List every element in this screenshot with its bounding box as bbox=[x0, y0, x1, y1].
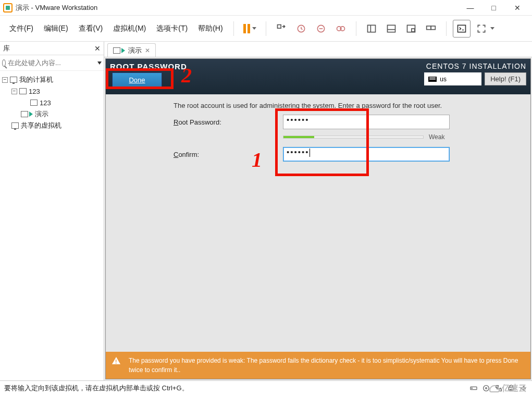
warning-bar: The password you have provided is weak: … bbox=[106, 352, 530, 379]
warning-icon bbox=[112, 357, 120, 364]
snapshot-manager-button[interactable] bbox=[332, 20, 350, 38]
pause-icon bbox=[243, 24, 250, 33]
svg-rect-5 bbox=[367, 25, 375, 32]
menu-vm[interactable]: 虚拟机(M) bbox=[109, 22, 150, 35]
statusbar: 要将输入定向到该虚拟机，请在虚拟机内部单击或按 Ctrl+G。 bbox=[0, 380, 532, 395]
vm-tabstrip: 演示 ✕ bbox=[104, 42, 532, 57]
keyboard-layout-selector[interactable]: us bbox=[424, 72, 481, 85]
send-ctrl-alt-del-button[interactable] bbox=[273, 20, 290, 38]
fullscreen-button[interactable] bbox=[473, 20, 490, 38]
tree-collapse-icon[interactable]: − bbox=[11, 89, 17, 94]
warning-text: The password you have provided is weak: … bbox=[129, 357, 518, 374]
password-strength-label: Weak bbox=[429, 133, 444, 141]
window-title: 演示 - VMware Workstation bbox=[16, 3, 97, 13]
menu-help[interactable]: 帮助(H) bbox=[194, 22, 227, 35]
library-tree: − 我的计算机 − 123 123 演示 bbox=[0, 71, 104, 134]
tree-collapse-icon[interactable]: − bbox=[2, 77, 8, 83]
chevron-down-icon bbox=[252, 27, 256, 30]
content-area: 演示 ✕ ROOT PASSWORD Done CENTOS 7 INSTALL… bbox=[104, 42, 532, 380]
menu-edit[interactable]: 编辑(E) bbox=[40, 22, 72, 35]
watermark-text: 亿速云 bbox=[502, 383, 527, 394]
sidebar-search[interactable] bbox=[0, 55, 104, 71]
menu-tabs[interactable]: 选项卡(T) bbox=[152, 22, 192, 35]
sidebar-title: 库 bbox=[3, 44, 10, 53]
play-icon bbox=[121, 48, 125, 53]
vm-tab-demo[interactable]: 演示 ✕ bbox=[107, 43, 156, 57]
chevron-down-icon[interactable] bbox=[97, 61, 102, 65]
done-button[interactable]: Done bbox=[112, 72, 162, 87]
installer-topbar: ROOT PASSWORD Done CENTOS 7 INSTALLATION… bbox=[106, 59, 530, 94]
root-password-input[interactable]: •••••• bbox=[283, 115, 450, 129]
sidebar-close-button[interactable]: ✕ bbox=[94, 44, 101, 53]
tab-close-button[interactable]: ✕ bbox=[145, 47, 150, 54]
tree-label: 演示 bbox=[35, 109, 48, 119]
search-icon bbox=[2, 59, 6, 67]
console-button[interactable] bbox=[453, 20, 471, 38]
search-input[interactable] bbox=[8, 59, 95, 67]
vm-icon bbox=[19, 88, 27, 94]
layout-multi-monitor-button[interactable] bbox=[422, 20, 440, 38]
minimize-button[interactable]: — bbox=[459, 1, 482, 15]
info-text: The root account is used for administeri… bbox=[174, 102, 530, 109]
svg-rect-10 bbox=[411, 29, 414, 32]
status-text: 要将输入定向到该虚拟机，请在虚拟机内部单击或按 Ctrl+G。 bbox=[4, 384, 189, 393]
password-strength-bar bbox=[283, 135, 424, 139]
pause-button[interactable] bbox=[240, 22, 259, 35]
chevron-down-icon bbox=[490, 27, 494, 30]
svg-rect-7 bbox=[387, 25, 395, 32]
svg-point-16 bbox=[484, 385, 489, 391]
svg-point-15 bbox=[472, 388, 472, 388]
sidebar-header: 库 ✕ bbox=[0, 42, 104, 55]
watermark: 亿速云 bbox=[489, 383, 527, 394]
vm-icon bbox=[113, 47, 120, 54]
tree-root-my-computer[interactable]: − 我的计算机 bbox=[2, 74, 102, 85]
close-button[interactable]: ✕ bbox=[505, 1, 529, 15]
svg-rect-11 bbox=[426, 26, 430, 30]
window-titlebar: 演示 - VMware Workstation — □ ✕ bbox=[0, 0, 532, 16]
tab-label: 演示 bbox=[128, 46, 142, 55]
page-title: ROOT PASSWORD bbox=[110, 62, 187, 71]
computer-icon bbox=[10, 77, 17, 83]
menubar: 文件(F) 编辑(E) 查看(V) 虚拟机(M) 选项卡(T) 帮助(H) bbox=[0, 16, 532, 42]
keyboard-layout-label: us bbox=[440, 76, 447, 83]
svg-point-17 bbox=[486, 387, 487, 389]
tree-item-demo[interactable]: 演示 bbox=[2, 108, 102, 120]
tree-item-123-child[interactable]: 123 bbox=[2, 97, 102, 108]
layout-thumbnail-button[interactable] bbox=[402, 20, 420, 38]
centos-installer: ROOT PASSWORD Done CENTOS 7 INSTALLATION… bbox=[106, 59, 530, 379]
svg-rect-0 bbox=[277, 24, 281, 28]
maximize-button[interactable]: □ bbox=[482, 1, 505, 15]
cloud-icon bbox=[489, 385, 500, 392]
tree-label: 123 bbox=[40, 99, 51, 107]
layout-sidebar-button[interactable] bbox=[363, 20, 380, 38]
help-button[interactable]: Help! (F1) bbox=[485, 72, 526, 85]
svg-rect-12 bbox=[431, 26, 435, 30]
layout-bottom-button[interactable] bbox=[382, 20, 400, 38]
root-password-label: Root Password: bbox=[106, 118, 283, 126]
keyboard-icon bbox=[428, 77, 437, 82]
snapshot-button[interactable] bbox=[292, 20, 310, 38]
app-icon bbox=[3, 3, 13, 13]
vm-icon bbox=[30, 100, 38, 106]
snapshot-revert-button[interactable] bbox=[312, 20, 330, 38]
tree-shared-vms[interactable]: 共享的虚拟机 bbox=[2, 120, 102, 131]
tree-label: 123 bbox=[29, 88, 40, 95]
confirm-password-label: Confirm: bbox=[106, 151, 283, 158]
tree-label: 我的计算机 bbox=[19, 75, 53, 84]
menu-view[interactable]: 查看(V) bbox=[75, 22, 107, 35]
harddisk-icon[interactable] bbox=[469, 384, 478, 392]
confirm-password-input[interactable]: •••••• bbox=[283, 147, 450, 162]
install-title: CENTOS 7 INSTALLATION bbox=[424, 62, 526, 70]
library-sidebar: 库 ✕ − 我的计算机 − 123 123 bbox=[0, 42, 104, 380]
tree-label: 共享的虚拟机 bbox=[21, 121, 61, 130]
vm-icon bbox=[21, 111, 28, 117]
svg-rect-13 bbox=[457, 25, 465, 32]
tree-item-123[interactable]: − 123 bbox=[2, 85, 102, 97]
play-icon bbox=[29, 112, 33, 117]
vm-console[interactable]: ROOT PASSWORD Done CENTOS 7 INSTALLATION… bbox=[105, 58, 531, 379]
menu-file[interactable]: 文件(F) bbox=[5, 22, 38, 35]
installer-body: The root account is used for administeri… bbox=[106, 94, 530, 379]
computer-icon bbox=[11, 122, 19, 129]
